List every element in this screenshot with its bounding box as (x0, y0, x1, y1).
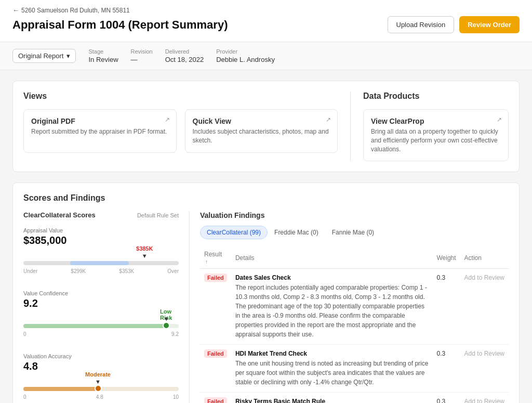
table-row: Failed Risky Terms Basic Match Rule The … (200, 393, 509, 403)
original-pdf-card[interactable]: ↗ Original PDF Report submitted by the a… (23, 109, 177, 153)
appraisal-range-min: Under (23, 268, 37, 274)
confidence-range-min: 0 (23, 331, 26, 337)
upload-revision-button[interactable]: Upload Revision (388, 16, 455, 33)
row2-add-review[interactable]: Add to Review (464, 350, 504, 357)
delivered-label: Delivered (165, 48, 204, 55)
views-section: Views ↗ Original PDF Report submitted by… (12, 81, 520, 172)
row2-result: Failed (200, 345, 231, 393)
scores-header: ClearCollateral Scores Default Rule Set (23, 211, 179, 219)
value-confidence-score: Value Confidence 9.2 Low Risk ▼ 0 9.2 (23, 290, 179, 341)
accuracy-marker (95, 385, 102, 392)
provider-label: Provider (216, 48, 275, 55)
back-address: 5260 Samuelson Rd Duluth, MN 55811 (21, 7, 130, 14)
accuracy-gauge-labels: 0 4.8 10 (23, 394, 179, 400)
accuracy-marker-val: 4.8 (96, 394, 103, 400)
table-row: Failed Dates Sales Check The report incl… (200, 269, 509, 345)
row3-weight: 0.3 (432, 393, 460, 403)
col-action: Action (460, 248, 509, 269)
appraisal-range-max: Over (167, 268, 179, 274)
confidence-gauge: Low Risk ▼ 0 9.2 (23, 320, 179, 341)
stage-label: Stage (88, 48, 118, 55)
report-type-dropdown[interactable]: Original Report ▾ (12, 49, 76, 63)
row1-action: Add to Review (460, 269, 509, 345)
row3-detail: Risky Terms Basic Match Rule The followi… (231, 393, 433, 403)
confidence-gauge-labels: 0 9.2 (23, 331, 179, 337)
row2-title: HDI Market Trend Check (235, 350, 429, 357)
appraisal-price-label: $385K (136, 245, 153, 252)
row2-text: The one unit housing trend is noted as i… (235, 359, 429, 387)
scores-section: Scores and Findings ClearCollateral Scor… (12, 183, 520, 403)
findings-table-body: Failed Dates Sales Check The report incl… (200, 269, 509, 403)
row3-title: Risky Terms Basic Match Rule (235, 398, 429, 403)
quick-view-desc: Includes subject characteristics, photos… (193, 127, 330, 145)
appraisal-tick2: $353K (119, 268, 134, 274)
row2-detail: HDI Market Trend Check The one unit hous… (231, 345, 433, 393)
scores-rule-set: Default Rule Set (137, 212, 179, 218)
quick-view-title: Quick View (193, 117, 330, 125)
clearprop-card[interactable]: ↗ View ClearProp Bring all data on a pro… (363, 109, 509, 161)
accuracy-risk-label: Moderate (85, 371, 111, 378)
stage-meta: Stage In Review (88, 48, 118, 63)
appraisal-tick1: $299K (71, 268, 86, 274)
dropdown-arrow-icon: ▾ (66, 52, 70, 60)
row1-detail: Dates Sales Check The report includes po… (231, 269, 433, 345)
accuracy-gauge: Moderate ▼ 0 4.8 10 (23, 383, 179, 403)
top-actions: Upload Revision Review Order (388, 16, 520, 33)
revision-label: Revision (131, 48, 153, 55)
failed-badge-2: Failed (204, 349, 227, 358)
appraisal-value-value: $385,000 (23, 235, 179, 246)
quick-view-card[interactable]: ↗ Quick View Includes subject characteri… (185, 109, 338, 153)
row1-weight: 0.3 (432, 269, 460, 345)
confidence-marker-val: 9.2 (171, 331, 179, 337)
original-pdf-desc: Report submitted by the appraiser in PDF… (31, 127, 169, 136)
appraisal-gauge-labels: Under $299K $353K Over (23, 268, 179, 274)
accuracy-arrow-icon: ▼ (95, 379, 101, 385)
row3-action: Add to Review (460, 393, 509, 403)
review-order-button[interactable]: Review Order (459, 16, 520, 33)
meta-bar: Original Report ▾ Stage In Review Revisi… (0, 42, 532, 70)
section-divider (350, 92, 351, 161)
clearprop-desc: Bring all data on a property together to… (371, 127, 501, 153)
row1-result: Failed (200, 269, 231, 345)
row2-weight: 0.3 (432, 345, 460, 393)
report-type-label: Original Report (18, 52, 63, 60)
findings-tab-freddiemac[interactable]: Freddie Mac (0) (268, 226, 325, 239)
back-link[interactable]: ← 5260 Samuelson Rd Duluth, MN 55811 (12, 6, 520, 14)
original-pdf-title: Original PDF (31, 117, 169, 125)
appraisal-gauge-fill (70, 261, 129, 265)
confidence-gauge-fill (23, 324, 166, 328)
findings-tab-clearcollateral[interactable]: ClearCollateral (99) (200, 226, 268, 239)
findings-title: Valuation Findings (200, 211, 509, 219)
views-left: Views ↗ Original PDF Report submitted by… (23, 92, 338, 161)
accuracy-gauge-fill (23, 387, 98, 391)
sort-icon: ↑ (205, 259, 208, 265)
stage-value: In Review (88, 56, 118, 63)
views-title: Views (23, 92, 338, 101)
confidence-label: Value Confidence (23, 290, 179, 296)
findings-tabs: ClearCollateral (99) Freddie Mac (0) Fan… (200, 226, 509, 239)
external-link-icon-3: ↗ (497, 116, 502, 123)
col-details: Details (231, 248, 433, 269)
accuracy-value: 4.8 (23, 360, 179, 372)
findings-panel: Valuation Findings ClearCollateral (99) … (190, 211, 509, 403)
page-title-row: Appraisal Form 1004 (Report Summary) Upl… (12, 16, 520, 33)
back-arrow-icon: ← (12, 6, 19, 14)
appraisal-value-score: Appraisal Value $385,000 $385K ▼ Under $… (23, 227, 179, 278)
failed-badge: Failed (204, 274, 227, 282)
top-bar: ← 5260 Samuelson Rd Duluth, MN 55811 App… (0, 0, 532, 42)
accuracy-gauge-bar (23, 387, 179, 391)
findings-scroll-area[interactable]: Result ↑ Details Weight Action (200, 248, 509, 403)
scores-body: ClearCollateral Scores Default Rule Set … (23, 211, 509, 403)
row1-add-review[interactable]: Add to Review (464, 274, 504, 281)
row1-title: Dates Sales Check (235, 274, 429, 281)
content-area: Views ↗ Original PDF Report submitted by… (0, 70, 532, 403)
provider-value: Debbie L. Androsky (216, 56, 275, 63)
confidence-gauge-bar (23, 324, 179, 328)
clearprop-title: View ClearProp (371, 117, 501, 125)
delivered-value: Oct 18, 2022 (165, 56, 204, 63)
provider-meta: Provider Debbie L. Androsky (216, 48, 275, 63)
findings-table-header-row: Result ↑ Details Weight Action (200, 248, 509, 269)
confidence-marker (163, 322, 170, 329)
row3-add-review[interactable]: Add to Review (464, 398, 504, 403)
findings-tab-fanniemae[interactable]: Fannie Mae (0) (325, 226, 381, 239)
